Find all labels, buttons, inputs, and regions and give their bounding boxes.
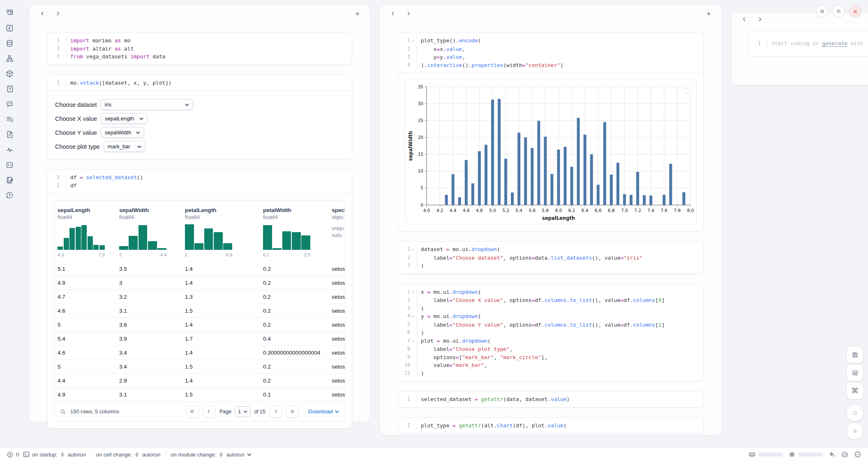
code-editor[interactable]: 1 Start coding or generate with [749, 31, 868, 56]
bar-chart[interactable]: 4.04.24.44.64.85.05.25.45.65.86.06.26.46… [407, 83, 695, 222]
table-row[interactable]: 4.93.11.50.1setos [55, 388, 345, 402]
fold-indicator[interactable]: ∨ [411, 246, 415, 254]
table-row[interactable]: 4.63.41.40.30000000000000004setos [55, 346, 345, 360]
column-header[interactable]: petalLengthfloat6416.9 [182, 207, 260, 257]
code-editor[interactable]: 1plot_type = getattr(alt.Chart(df), plot… [398, 418, 703, 433]
table-row[interactable]: 4.931.40.2setos [55, 276, 345, 290]
add-column-icon[interactable] [352, 9, 362, 18]
code-editor[interactable]: 1∨dataset = mo.ui.dropdown(2 label="Choo… [398, 242, 703, 274]
code-editor[interactable]: 1import marimo as mo2import altair as al… [48, 33, 352, 65]
on-startup-setting[interactable]: on startup: autorun [32, 452, 86, 458]
code-editor[interactable]: 1mo.vstack([dataset, x, y, plot]) [48, 75, 352, 91]
column-next-icon[interactable] [404, 9, 413, 18]
package-icon[interactable] [5, 69, 15, 79]
gear-icon[interactable] [833, 5, 845, 17]
table-row[interactable]: 5.43.91.70.4setos [55, 332, 345, 346]
column-header[interactable]: sepalWidthfloat6424.4 [116, 207, 182, 257]
database-icon[interactable] [5, 38, 15, 48]
column-next-icon[interactable] [53, 9, 63, 18]
save-icon[interactable] [846, 346, 863, 363]
search-list-icon[interactable] [5, 114, 15, 124]
add-column-icon[interactable] [704, 9, 713, 18]
copilot-icon[interactable] [841, 451, 849, 459]
menu-icon[interactable] [816, 5, 828, 17]
fold-indicator[interactable]: ∨ [411, 313, 415, 321]
dropdown-choose-dataset[interactable]: iris [101, 99, 193, 110]
table-row[interactable]: 4.63.11.50.2setos [55, 304, 345, 318]
activity-icon[interactable] [5, 145, 15, 155]
bolt-icon [219, 452, 224, 457]
shutdown-icon[interactable] [849, 5, 861, 17]
code-editor[interactable]: 1∨plot_type().encode(2 x=x.value,3 y=y.v… [398, 33, 703, 73]
code-line: 1∨x = mo.ui.dropdown( [398, 288, 703, 297]
code-editor[interactable]: 1selected_dataset = getattr(data, datase… [398, 392, 703, 407]
snippets-icon[interactable] [5, 160, 15, 170]
column-histogram[interactable] [119, 224, 166, 250]
code-editor[interactable]: 1∨x = mo.ui.dropdown(2 label="Choose X v… [398, 284, 703, 381]
selected-dataset-code-cell: 1selected_dataset = getattr(data, datase… [398, 391, 704, 408]
code-line: 1∨plot_type().encode( [398, 37, 703, 45]
ram-usage[interactable] [748, 451, 783, 458]
last-page-icon[interactable] [286, 406, 298, 418]
ai-assist-icon[interactable] [828, 451, 836, 458]
column-prev-icon[interactable] [739, 14, 749, 24]
terminal-icon[interactable] [23, 451, 30, 458]
download-link[interactable]: Download [308, 408, 339, 415]
table-row[interactable]: 4.42.91.40.2setos [55, 374, 345, 388]
document-icon[interactable] [5, 129, 15, 140]
fold-indicator[interactable]: ∨ [411, 337, 415, 346]
chart-actions-icon[interactable]: ⋯ [682, 83, 693, 93]
column-header[interactable]: petalWidthfloat640.12.5 [260, 207, 329, 257]
fold-indicator[interactable]: ∨ [411, 288, 415, 297]
column-histogram[interactable] [185, 224, 232, 250]
line-number: 2 [48, 45, 67, 53]
on-cell-change-setting[interactable]: on cell change: autorun [96, 452, 161, 458]
table-row[interactable]: 4.73.21.30.2setos [55, 290, 345, 304]
dropdown-choose-y-value[interactable]: sepalWidth [101, 127, 144, 138]
generate-link[interactable]: generate [822, 40, 847, 46]
table-row[interactable]: 53.61.40.2setos [55, 318, 345, 332]
dependency-graph-icon[interactable] [5, 53, 15, 64]
layout-icon[interactable] [846, 364, 863, 381]
column-prev-icon[interactable] [37, 9, 47, 18]
column-histogram[interactable] [263, 224, 310, 250]
page-select[interactable]: 1 [235, 406, 251, 417]
column-next-icon[interactable] [755, 14, 765, 24]
help-icon[interactable] [5, 190, 15, 201]
setting-label: on startup: [32, 452, 57, 458]
column-dtype: objec [332, 214, 345, 220]
next-page-icon[interactable] [270, 406, 282, 418]
control-row: Choose datasetiris [55, 99, 352, 110]
search-icon[interactable] [60, 408, 66, 415]
on-module-change-setting[interactable]: on module change: autorun [171, 452, 252, 458]
column-dtype: float64 [185, 214, 260, 220]
column-histogram[interactable] [58, 224, 105, 250]
first-page-icon[interactable] [187, 406, 199, 418]
command-palette-icon[interactable]: ⌘ [846, 382, 863, 399]
column-prev-icon[interactable] [388, 9, 398, 18]
table-row[interactable]: 5.13.51.40.2setos [55, 262, 345, 276]
prev-page-icon[interactable] [203, 406, 215, 418]
svg-text:15: 15 [418, 152, 423, 157]
table-cell: 0.30000000000000004 [260, 350, 329, 356]
errors-indicator[interactable]: 0 [7, 451, 19, 458]
dropdown-choose-x-value[interactable]: sepalLength [101, 113, 148, 124]
stop-icon[interactable] [846, 404, 863, 422]
chat-icon[interactable] [5, 99, 15, 109]
bolt-icon [60, 452, 65, 457]
file-tree-icon[interactable] [5, 8, 15, 18]
column-header[interactable]: sepalLengthfloat644.37.9 [55, 207, 116, 257]
logs-icon[interactable] [5, 84, 15, 94]
scratchpad-icon[interactable] [5, 175, 15, 185]
code-editor[interactable]: 1df = selected_dataset()2df [48, 170, 352, 193]
connection-status-icon[interactable] [854, 451, 861, 458]
function-icon[interactable] [5, 23, 15, 33]
fold-indicator[interactable]: ∨ [411, 37, 415, 45]
dropdown-choose-plot-type[interactable]: mark_bar [104, 141, 145, 152]
table-row[interactable]: 53.41.50.2setos [55, 360, 345, 374]
column-header[interactable]: speciobjecuniqunulls: [329, 207, 345, 257]
line-number: 10 [398, 361, 417, 369]
table-cell: 0.4 [260, 336, 329, 342]
run-icon[interactable] [846, 422, 863, 440]
cpu-usage[interactable] [788, 451, 823, 458]
